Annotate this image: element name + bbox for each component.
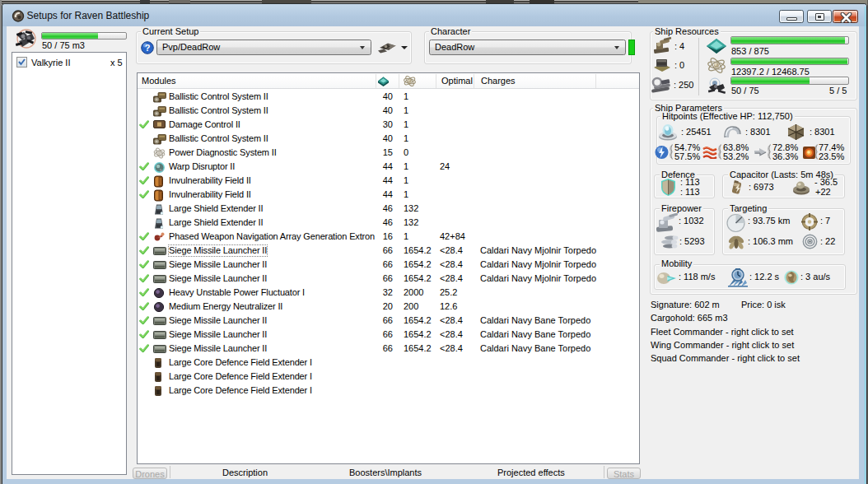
svg-text:?: ? [145,43,151,53]
